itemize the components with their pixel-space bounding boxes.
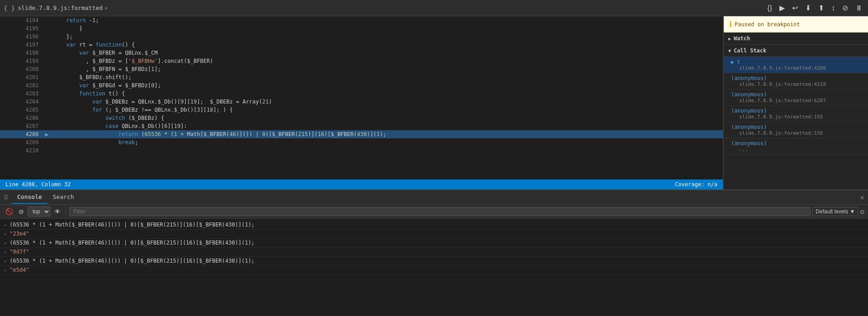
call-stack-chevron-icon: ▼ [728,48,731,53]
line-number: 4203 [0,90,44,98]
status-bar: Line 4208, Column 32 Coverage: n/a [0,179,723,189]
console-drag-handle: ⠿ [4,194,8,201]
stack-item[interactable]: (anonymous)... [724,138,868,155]
line-content: var $_DBEBz = QBLnx.$_Db()[9][19]; $_DBE… [52,98,723,106]
line-number: 4197 [0,41,44,49]
watch-chevron-icon: ▶ [728,36,731,41]
format-btn[interactable]: {} [765,3,774,13]
console-line: ‹"e5d4" [0,266,868,275]
line-gutter [44,65,52,73]
code-line-4209: 4209 break; [0,138,723,146]
stack-function-name: (anonymous) [731,140,767,146]
stack-function-name: (anonymous) [731,108,767,114]
line-number: 4200 [0,65,44,73]
line-gutter [44,98,52,106]
line-content: } [52,24,723,33]
line-gutter [44,81,52,90]
console-close-btn[interactable]: ✕ [860,193,864,202]
code-line-4208: 4208▶ return (65536 * (1 + Math[$_BFBER(… [0,130,723,138]
console-output[interactable]: ›(65536 * (1 + Math[$_BFBER(46)]()) | 0)… [0,219,868,316]
step-over-btn[interactable]: ↩ [790,3,800,13]
line-number: 4204 [0,98,44,106]
code-line-4206: 4206 switch ($_DBEBz) { [0,114,723,122]
stack-item[interactable]: (anonymous)slide.7.8.9.js:formatted:156 [724,122,868,138]
line-gutter [44,114,52,122]
console-text: (65536 * (1 + Math[$_BFBER(46)]()) | 0)[… [9,258,255,264]
line-number: 4210 [0,146,44,155]
call-stack-label: Call Stack [734,47,766,54]
watch-section-header[interactable]: ▶ Watch [724,33,868,45]
code-scroll[interactable]: 4194 return -1;4195 }4196 };4197 var rt … [0,16,723,179]
console-input-arrow-icon: ‹ [4,249,7,255]
stack-item-top: ▶t [731,59,863,65]
breakpoint-arrow-icon: ▶ [45,131,49,138]
line-number: 4198 [0,49,44,57]
stack-item[interactable]: ▶tslide.7.8.9.js:formatted:4208 [724,57,868,73]
line-number: 4208 [0,130,44,138]
console-input-arrow-icon: ‹ [4,267,7,274]
stack-location: slide.7.8.9.js:formatted:156 [731,130,863,136]
stack-item-top: (anonymous) [731,140,863,146]
debug-toolbar: {} ▶ ↩ ⬇ ⬆ ↕ ⊘ ⏸ [765,3,864,13]
breakpoint-label: Paused on breakpoint [735,21,800,28]
console-line: ›(65536 * (1 + Math[$_BFBER(46)]()) | 0)… [0,239,868,248]
line-content: , $_BFBDz = ['$_BFBHw'].concat($_BFBER) [52,57,723,65]
step-into-btn[interactable]: ⬇ [803,3,813,13]
console-line: ›(65536 * (1 + Math[$_BFBER(46)]()) | 0)… [0,257,868,266]
console-line: ‹"23e4" [0,230,868,239]
deactivate-btn[interactable]: ⊘ [840,3,850,13]
line-gutter [44,33,52,41]
call-stack-section-header[interactable]: ▼ Call Stack [724,45,868,57]
code-line-4207: 4207 case QBLnx.$_Db()[6][19]: [0,122,723,130]
line-number: 4195 [0,24,44,33]
stack-item[interactable]: (anonymous)slide.7.8.9.js:formatted:6207 [724,90,868,106]
line-content: var rt = function() { [52,41,723,49]
stack-location: slide.7.8.9.js:formatted:4219 [731,81,863,87]
line-gutter [44,41,52,49]
line-gutter [44,146,52,155]
console-filter-input[interactable] [69,207,811,216]
console-text: "e5d4" [9,267,29,273]
console-clear-btn[interactable]: 🚫 [4,207,15,216]
stack-item[interactable]: (anonymous)slide.7.8.9.js:formatted:155 [724,106,868,122]
resume-btn[interactable]: ▶ [778,3,787,13]
line-gutter [44,57,52,65]
breakpoint-banner: ℹ Paused on breakpoint [724,16,868,33]
line-number: 4196 [0,33,44,41]
stack-location: slide.7.8.9.js:formatted:6207 [731,98,863,104]
tab-icon: { } [4,5,15,12]
step-btn[interactable]: ↕ [830,3,837,13]
code-line-4196: 4196 }; [0,33,723,41]
line-number: 4202 [0,81,44,90]
tab-search[interactable]: Search [47,191,80,204]
stack-function-name: (anonymous) [731,91,767,98]
stack-item[interactable]: (anonymous)slide.7.8.9.js:formatted:4219 [724,73,868,90]
code-line-4195: 4195 } [0,24,723,33]
top-bar: { } slide.7.8.9.js:formatted × {} ▶ ↩ ⬇ … [0,0,868,16]
line-number: 4201 [0,73,44,81]
stack-function-name: (anonymous) [731,124,767,130]
tab-close-btn[interactable]: × [104,5,108,11]
stack-location: slide.7.8.9.js:formatted:155 [731,114,863,120]
console-context-select[interactable]: top [28,207,51,217]
console-output-arrow-icon: › [4,258,7,264]
console-text: (65536 * (1 + Math[$_BFBER(46)]()) | 0)[… [9,222,255,228]
stack-item-top: (anonymous) [731,91,863,98]
watch-label: Watch [734,35,750,42]
stack-item-top: (anonymous) [731,75,863,81]
tab-console[interactable]: Console [12,191,47,204]
console-levels-btn[interactable]: Default levels ▼ [812,207,858,216]
code-line-4197: 4197 var rt = function() { [0,41,723,49]
console-filter-btn[interactable]: ⊘ [17,207,26,216]
console-eye-btn[interactable]: 👁 [52,207,62,216]
console-settings-icon[interactable]: ⚙ [860,208,864,216]
pause-btn[interactable]: ⏸ [854,3,864,13]
line-gutter [44,106,52,114]
coverage-status: Coverage: n/a [675,181,717,188]
line-content: break; [52,138,723,146]
line-number: 4209 [0,138,44,146]
step-out-btn[interactable]: ⬆ [816,3,826,13]
line-content: , $_BFBFN = $_BFBDz[1]; [52,65,723,73]
line-number: 4206 [0,114,44,122]
info-icon: ℹ [729,20,732,28]
